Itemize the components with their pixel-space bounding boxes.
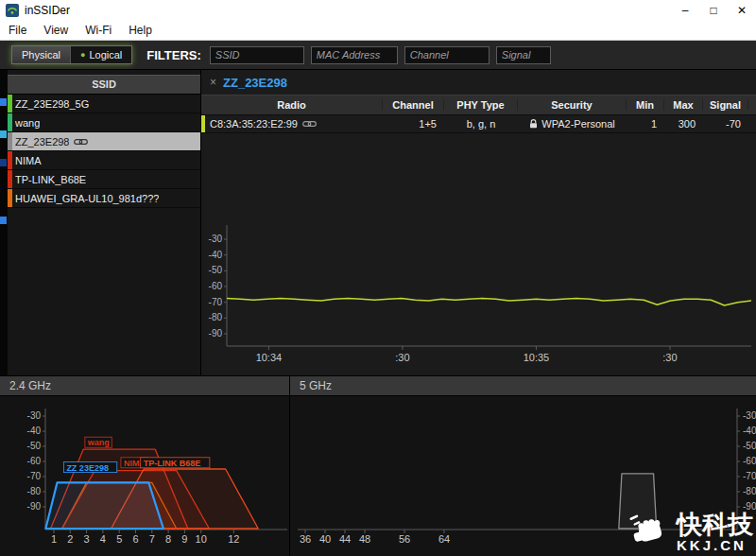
svg-text:12: 12 (228, 533, 239, 545)
tab-close-icon[interactable]: × (210, 76, 216, 89)
column-header-channel[interactable]: Channel (383, 99, 444, 111)
svg-text:-60: -60 (209, 281, 223, 291)
ssid-label: ZZ_23E298_5G (15, 98, 89, 110)
ssid-label: HUAWEI_GRA-UL10_981d??? (15, 193, 159, 204)
ssid-row[interactable]: NIMA (8, 151, 200, 170)
inssider-window: inSSIDer – □ ✕ FileViewWi-FiHelp Physica… (0, 0, 756, 556)
svg-text:-90: -90 (209, 328, 223, 339)
svg-text:-50: -50 (209, 265, 223, 275)
minimize-button[interactable]: – (671, 0, 699, 21)
column-header-radio[interactable]: Radio (201, 99, 383, 111)
app-icon (6, 4, 19, 17)
ssid-color-bar (8, 151, 12, 169)
svg-text:1: 1 (51, 533, 57, 545)
network-detail-panel: × ZZ_23E298 RadioChannelPHY TypeSecurity… (201, 70, 756, 375)
svg-text:wang: wang (87, 438, 110, 447)
ssid-row[interactable]: HUAWEI_GRA-UL10_981d??? (8, 189, 200, 208)
desktop-icon-fragment (0, 217, 7, 224)
svg-text:-50: -50 (743, 441, 756, 451)
desktop-icon-fragment (0, 159, 7, 166)
detail-tab[interactable]: × ZZ_23E298 (201, 70, 756, 95)
ssid-row[interactable]: TP-LINK_B68E (8, 170, 200, 189)
radio-mac: C8:3A:35:23:E2:99 (210, 118, 298, 130)
ssid-row[interactable]: ZZ_23E298 (8, 132, 200, 151)
svg-text:-30: -30 (27, 410, 42, 421)
signal-time-chart: -30-40-50-60-70-80-9010:34:3010:35:30 (201, 132, 756, 375)
logical-label: Logical (89, 49, 122, 61)
logical-active-dot: ● (80, 50, 85, 60)
filter-input-mac-address[interactable] (311, 46, 398, 64)
radio-min-rate: 1 (627, 118, 664, 130)
svg-text:-70: -70 (27, 471, 42, 481)
svg-text:9: 9 (181, 533, 187, 545)
close-button[interactable]: ✕ (728, 0, 756, 21)
svg-text:-30: -30 (209, 234, 223, 244)
svg-text:36: 36 (300, 533, 311, 545)
ssid-label: NIMA (15, 155, 42, 166)
logical-button[interactable]: ●Logical (70, 46, 131, 63)
tab-title: ZZ_23E298 (223, 76, 287, 90)
ssid-row[interactable]: ZZ_23E298_5G (8, 95, 200, 113)
column-header-min[interactable]: Min (627, 99, 664, 111)
window-title: inSSIDer (25, 4, 70, 17)
menu-view[interactable]: View (35, 24, 77, 37)
menu-file[interactable]: File (0, 24, 35, 37)
watermark-brand: 快科技 (677, 512, 753, 538)
ssid-row[interactable]: wang (8, 113, 200, 132)
filter-input-ssid[interactable] (210, 46, 304, 64)
svg-text:-70: -70 (743, 471, 756, 481)
column-header-security[interactable]: Security (518, 99, 627, 111)
radio-channel: 1+5 (383, 118, 444, 130)
ssid-column-header[interactable]: SSID (8, 75, 200, 95)
svg-text:-40: -40 (743, 426, 756, 436)
physical-button[interactable]: Physical (12, 46, 70, 63)
svg-text:2: 2 (67, 533, 73, 545)
lock-icon (529, 119, 538, 129)
svg-text:48: 48 (359, 533, 370, 545)
radio-phy-type: b, g, n (444, 118, 518, 130)
filter-bar: Physical ●Logical FILTERS: (0, 41, 756, 70)
svg-text:-60: -60 (743, 456, 756, 466)
ssid-list-panel: SSID ZZ_23E298_5GwangZZ_23E298NIMATP-LIN… (8, 70, 201, 375)
svg-text:ZZ 23E298: ZZ 23E298 (66, 463, 109, 473)
menubar: FileViewWi-FiHelp (0, 21, 756, 41)
svg-text::30: :30 (395, 352, 409, 363)
radio-security: WPA2-Personal (518, 118, 627, 130)
svg-text:44: 44 (339, 533, 351, 545)
main-area: SSID ZZ_23E298_5GwangZZ_23E298NIMATP-LIN… (0, 70, 756, 375)
svg-text:10: 10 (196, 533, 207, 545)
ssid-rows: ZZ_23E298_5GwangZZ_23E298NIMATP-LINK_B68… (8, 95, 200, 208)
panel-24ghz: 2.4 GHz -30-40-50-60-70-80-9012345678910… (0, 376, 290, 556)
desktop-icon-fragment (0, 98, 7, 106)
menu-wifi[interactable]: Wi-Fi (77, 24, 120, 37)
svg-text:-80: -80 (209, 312, 223, 322)
column-header-signal[interactable]: Signal (703, 99, 748, 111)
radio-max-rate: 300 (664, 118, 703, 130)
signal-indicator (201, 115, 205, 132)
maximize-button[interactable]: □ (699, 0, 728, 21)
svg-text:-30: -30 (743, 410, 756, 421)
filter-input-channel[interactable] (404, 46, 490, 64)
window-controls: – □ ✕ (671, 0, 756, 21)
ssid-color-bar (8, 132, 12, 150)
ssid-label: TP-LINK_B68E (15, 174, 86, 185)
kkj-fist-icon (627, 511, 671, 554)
svg-text:56: 56 (399, 533, 410, 545)
svg-text:4: 4 (100, 533, 106, 545)
svg-text:6: 6 (132, 533, 138, 545)
menu-help[interactable]: Help (120, 24, 161, 37)
filter-inputs (210, 46, 551, 64)
column-header-phy-type[interactable]: PHY Type (444, 99, 518, 111)
svg-text:64: 64 (438, 533, 450, 545)
svg-text:8: 8 (165, 533, 171, 545)
desktop-icon-fragment (0, 130, 7, 138)
svg-text:3: 3 (84, 533, 90, 545)
radio-table-header: RadioChannelPHY TypeSecurityMinMaxSignal (201, 95, 756, 115)
channel-graph-24ghz: -30-40-50-60-70-80-901234567891012wangNI… (0, 396, 289, 556)
svg-text:10:35: 10:35 (524, 352, 550, 363)
filter-input-signal[interactable] (496, 46, 551, 64)
radio-signal: -70 (703, 118, 748, 130)
desktop-background-strip (0, 70, 8, 375)
radio-table-row[interactable]: C8:3A:35:23:E2:991+5b, g, nWPA2-Personal… (201, 115, 756, 133)
column-header-max[interactable]: Max (664, 99, 703, 111)
